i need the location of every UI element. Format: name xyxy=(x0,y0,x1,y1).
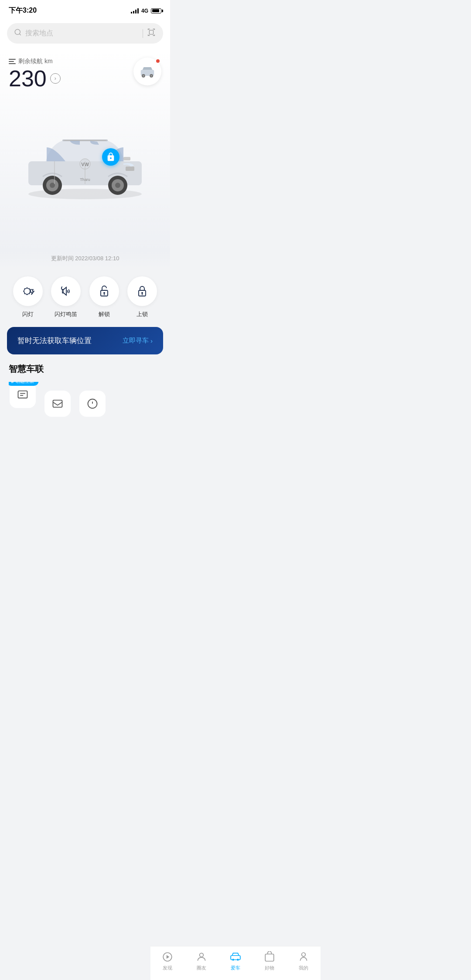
unlock-btn[interactable]: 解锁 xyxy=(89,276,119,318)
status-time: 下午3:20 xyxy=(9,6,37,15)
lock-status-badge[interactable] xyxy=(102,148,119,166)
status-bar: 下午3:20 4G xyxy=(0,0,170,19)
smart-section: 智慧车联 # 话题上新 xyxy=(0,354,170,425)
topic-icon-circle[interactable] xyxy=(10,382,36,408)
smart-icon-circle-3[interactable] xyxy=(79,391,106,417)
svg-point-22 xyxy=(24,288,30,294)
lock-icon-circle[interactable] xyxy=(127,276,157,306)
network-label: 4G xyxy=(141,8,148,14)
notification-dot xyxy=(155,58,160,64)
svg-point-0 xyxy=(15,29,20,34)
smart-icon-3[interactable] xyxy=(78,382,106,417)
lock-label: 上锁 xyxy=(137,310,148,318)
svg-point-27 xyxy=(141,292,143,294)
flash-horn-btn[interactable]: 闪灯鸣笛 xyxy=(51,276,81,318)
svg-point-18 xyxy=(115,183,120,188)
signal-icon xyxy=(131,8,139,14)
menu-icon[interactable] xyxy=(9,59,16,64)
smart-section-title: 智慧车联 xyxy=(9,363,161,375)
find-car-action[interactable]: 立即寻车 › xyxy=(123,337,153,345)
svg-rect-19 xyxy=(126,167,134,171)
location-banner[interactable]: 暂时无法获取车辆位置 立即寻车 › xyxy=(7,327,163,354)
svg-rect-32 xyxy=(53,400,62,407)
flash-label: 闪灯 xyxy=(22,310,34,318)
flash-horn-icon-circle[interactable] xyxy=(51,276,81,306)
smart-icon-2[interactable] xyxy=(44,382,72,417)
flash-btn[interactable]: 闪灯 xyxy=(13,276,43,318)
mileage-arrow-btn[interactable]: › xyxy=(50,73,61,84)
location-arrow-icon: › xyxy=(150,337,153,344)
car-info-section: 剩余续航 km 230 › xyxy=(0,51,170,251)
flash-icon-circle[interactable] xyxy=(13,276,43,306)
scan-icon[interactable] xyxy=(147,27,156,39)
lock-btn[interactable]: 上锁 xyxy=(127,276,157,318)
update-time: 更新时间 2022/03/08 12:10 xyxy=(0,251,170,269)
mileage-label: 剩余续航 km xyxy=(9,58,61,65)
search-icon xyxy=(14,28,22,38)
smart-icon-circle-2[interactable] xyxy=(44,391,71,417)
mileage-area: 剩余续航 km 230 › xyxy=(9,58,61,92)
unlock-icon-circle[interactable] xyxy=(89,276,119,306)
svg-point-6 xyxy=(150,75,153,77)
svg-rect-1 xyxy=(149,30,153,34)
action-buttons-row: 闪灯 闪灯鸣笛 解锁 xyxy=(0,269,170,327)
battery-icon xyxy=(151,8,161,14)
search-placeholder-text: 搜索地点 xyxy=(25,29,139,38)
location-text: 暂时无法获取车辆位置 xyxy=(17,336,92,346)
svg-rect-29 xyxy=(18,391,27,398)
smart-icon-topic[interactable]: # 话题上新 xyxy=(9,382,37,417)
svg-point-4 xyxy=(143,75,145,77)
flash-horn-label: 闪灯鸣笛 xyxy=(55,310,77,318)
car-image: VW Tharu xyxy=(0,96,170,218)
unlock-label: 解锁 xyxy=(99,310,110,318)
search-bar-container: 搜索地点 xyxy=(0,19,170,51)
car-thumbnail[interactable] xyxy=(133,58,161,85)
svg-point-24 xyxy=(103,292,105,294)
smart-icons-row: # 话题上新 xyxy=(9,382,161,419)
svg-point-15 xyxy=(50,183,55,188)
topic-badge: # 话题上新 xyxy=(9,382,39,386)
search-input-wrap[interactable]: 搜索地点 xyxy=(7,23,163,44)
mileage-value: 230 › xyxy=(9,65,61,92)
status-icons: 4G xyxy=(131,8,161,14)
car-stats: 剩余续航 km 230 › xyxy=(9,58,161,92)
svg-rect-20 xyxy=(123,157,130,160)
search-divider xyxy=(143,29,143,38)
